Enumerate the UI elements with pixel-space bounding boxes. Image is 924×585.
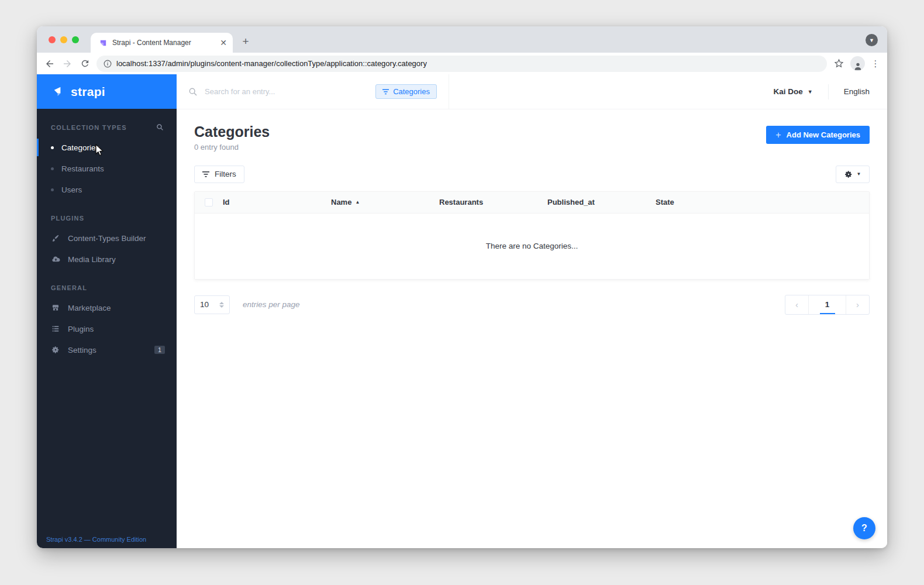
per-page-value: 10 (200, 300, 209, 309)
minimize-window-button[interactable] (60, 36, 67, 43)
table-header-row: Id Name ▲ Restaurants Published_at (195, 192, 869, 214)
collection-types-section: COLLECTION TYPES Categories Restaurants (37, 123, 177, 200)
column-header-published-at[interactable]: Published_at (547, 198, 656, 207)
user-name: Kai Doe (774, 87, 803, 96)
plugins-section-title: PLUGINS (51, 215, 164, 222)
browser-tab[interactable]: Strapi - Content Manager ✕ (91, 33, 233, 53)
strapi-favicon (99, 39, 108, 47)
tab-close-icon[interactable]: ✕ (220, 39, 227, 47)
general-section: GENERAL Marketplace Plugins (37, 284, 177, 360)
list-toolbar: Filters ▼ (194, 166, 870, 183)
sidebar-item-settings[interactable]: Settings 1 (37, 339, 177, 360)
categories-table: Id Name ▲ Restaurants Published_at (194, 191, 870, 280)
gear-icon (844, 170, 853, 178)
bookmark-star-icon[interactable] (833, 58, 844, 70)
entries-per-page-label: entries per page (243, 300, 300, 309)
divider (828, 84, 829, 99)
sidebar-item-restaurants[interactable]: Restaurants (37, 158, 177, 179)
tab-search-button[interactable]: ▼ (866, 34, 878, 46)
list-footer: 10 entries per page ‹ 1 › (194, 295, 870, 315)
sidebar-item-users[interactable]: Users (37, 179, 177, 200)
collection-types-title: COLLECTION TYPES (51, 124, 156, 131)
list-icon (51, 325, 60, 333)
tab-title: Strapi - Content Manager (112, 39, 215, 47)
entries-per-page-select[interactable]: 10 (194, 295, 230, 314)
strapi-logo-text: strapi (71, 85, 105, 99)
back-button[interactable] (44, 58, 56, 70)
view-settings-button[interactable]: ▼ (836, 166, 870, 183)
address-bar[interactable]: localhost:1337/admin/plugins/content-man… (96, 56, 827, 72)
sidebar-item-label: Categories (61, 143, 99, 152)
topbar-right: Kai Doe ▼ English (774, 74, 887, 109)
filters-button[interactable]: Filters (194, 166, 244, 183)
shop-icon (51, 304, 60, 312)
close-window-button[interactable] (49, 36, 56, 43)
browser-window: Strapi - Content Manager ✕ + ▼ localhost… (37, 26, 887, 548)
filter-chip-label: Categories (393, 87, 430, 96)
search-icon (188, 87, 198, 97)
main-area: Categories Kai Doe ▼ English Categories (177, 74, 887, 548)
pagination: ‹ 1 › (785, 295, 870, 315)
general-section-title: GENERAL (51, 284, 164, 291)
sidebar-item-label: Users (61, 185, 82, 194)
browser-profile-avatar[interactable] (850, 56, 865, 71)
plugins-section: PLUGINS Content-Types Builder Media Libr… (37, 215, 177, 270)
sidebar-item-marketplace[interactable]: Marketplace (37, 297, 177, 318)
column-header-restaurants[interactable]: Restaurants (439, 198, 547, 207)
search-zone: Categories (177, 74, 449, 109)
browser-toolbar: localhost:1337/admin/plugins/content-man… (37, 53, 887, 74)
sidebar-item-label: Marketplace (68, 304, 111, 312)
page-number[interactable]: 1 (809, 295, 846, 314)
language-selector[interactable]: English (844, 87, 870, 96)
paintbrush-icon (51, 234, 60, 242)
help-button[interactable]: ? (853, 517, 875, 539)
maximize-window-button[interactable] (72, 36, 79, 43)
content: Categories 0 entry found + Add New Categ… (177, 109, 887, 548)
column-header-state[interactable]: State (656, 198, 764, 207)
sidebar-item-label: Content-Types Builder (68, 234, 146, 243)
sidebar-item-label: Media Library (68, 255, 116, 264)
browser-tabstrip: Strapi - Content Manager ✕ + ▼ (37, 26, 887, 53)
sidebar: strapi COLLECTION TYPES Categories (37, 74, 177, 548)
add-button-label: Add New Categories (787, 130, 860, 139)
column-header-name[interactable]: Name ▲ (331, 198, 439, 207)
column-header-id[interactable]: Id (223, 198, 331, 207)
sidebar-item-media-library[interactable]: Media Library (37, 249, 177, 270)
sidebar-item-categories[interactable]: Categories (37, 137, 177, 158)
strapi-logo[interactable]: strapi (37, 74, 177, 109)
sidebar-item-label: Settings (68, 346, 96, 355)
next-page-button[interactable]: › (846, 295, 869, 314)
user-menu[interactable]: Kai Doe ▼ (774, 87, 813, 96)
sidebar-item-plugins[interactable]: Plugins (37, 318, 177, 339)
empty-state-message: There are no Categories... (195, 214, 869, 279)
window-controls[interactable] (49, 36, 79, 43)
page-title: Categories (194, 124, 270, 140)
url-text: localhost:1337/admin/plugins/content-man… (116, 59, 427, 68)
filter-icon (382, 89, 389, 95)
stepper-icon (219, 302, 224, 308)
gear-icon (51, 346, 60, 354)
add-new-categories-button[interactable]: + Add New Categories (766, 126, 870, 144)
filter-chip-categories[interactable]: Categories (375, 84, 437, 99)
previous-page-button[interactable]: ‹ (785, 295, 808, 314)
entry-count: 0 entry found (194, 143, 270, 152)
sort-asc-icon: ▲ (355, 199, 360, 205)
site-info-icon[interactable] (104, 60, 112, 68)
filter-icon (202, 171, 209, 177)
app-topbar: Categories Kai Doe ▼ English (177, 74, 887, 109)
forward-button[interactable] (61, 58, 73, 70)
new-tab-button[interactable]: + (237, 33, 254, 50)
plus-icon: + (775, 130, 781, 140)
sidebar-item-label: Restaurants (61, 164, 104, 173)
sidebar-item-content-types-builder[interactable]: Content-Types Builder (37, 228, 177, 249)
select-all-checkbox[interactable] (205, 198, 213, 207)
chevron-down-icon: ▼ (857, 171, 861, 177)
search-icon[interactable] (156, 123, 164, 131)
browser-menu-icon[interactable]: ⋮ (871, 63, 880, 65)
page-header: Categories 0 entry found + Add New Categ… (194, 124, 870, 152)
search-input[interactable] (205, 87, 368, 96)
strapi-logo-icon (52, 85, 65, 98)
reload-button[interactable] (79, 58, 91, 70)
bullet-icon (51, 188, 54, 191)
sidebar-version-footer[interactable]: Strapi v3.4.2 — Community Edition (46, 536, 146, 543)
